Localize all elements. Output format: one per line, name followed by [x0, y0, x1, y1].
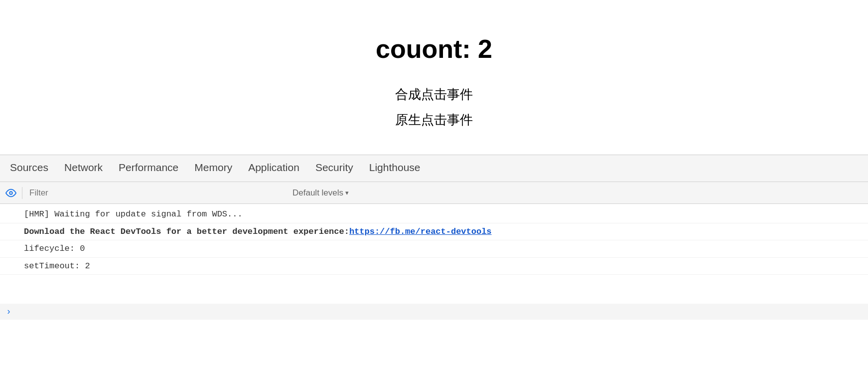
console-toolbar: Default levels ▾ [0, 182, 868, 204]
page-content: couont: 2 合成点击事件 原生点击事件 [0, 0, 868, 155]
dropdown-arrow-icon: ▾ [345, 189, 349, 196]
prompt-arrow-icon: › [6, 307, 11, 317]
filter-input[interactable] [26, 186, 286, 200]
console-line-devtools: Download the React DevTools for a better… [0, 223, 868, 241]
console-prompt[interactable]: › [0, 304, 868, 320]
console-line-settimeout: setTimeout: 2 [0, 258, 868, 275]
tab-lighthouse[interactable]: Lighthouse [361, 155, 429, 182]
tab-memory[interactable]: Memory [186, 155, 240, 182]
synthetic-click-button[interactable]: 合成点击事件 [391, 84, 477, 105]
tab-performance[interactable]: Performance [111, 155, 186, 182]
devtools-panel: Sources Network Performance Memory Appli… [0, 155, 868, 320]
tab-sources[interactable]: Sources [2, 155, 56, 182]
default-levels-button[interactable]: Default levels ▾ [289, 187, 352, 199]
react-devtools-link[interactable]: https://fb.me/react-devtools [349, 225, 492, 238]
toolbar-divider [22, 187, 22, 199]
svg-point-0 [9, 191, 12, 194]
console-line-lifecycle: lifecycle: 0 [0, 240, 868, 258]
tab-bar: Sources Network Performance Memory Appli… [0, 155, 868, 182]
tab-application[interactable]: Application [240, 155, 307, 182]
native-click-button[interactable]: 原生点击事件 [391, 109, 477, 131]
eye-icon[interactable] [4, 186, 18, 200]
console-output: [HMR] Waiting for update signal from WDS… [0, 204, 868, 304]
tab-security[interactable]: Security [307, 155, 361, 182]
tab-network[interactable]: Network [56, 155, 111, 182]
count-title: couont: 2 [376, 34, 492, 64]
button-group: 合成点击事件 原生点击事件 [391, 84, 477, 131]
console-line-hmr: [HMR] Waiting for update signal from WDS… [0, 206, 868, 223]
